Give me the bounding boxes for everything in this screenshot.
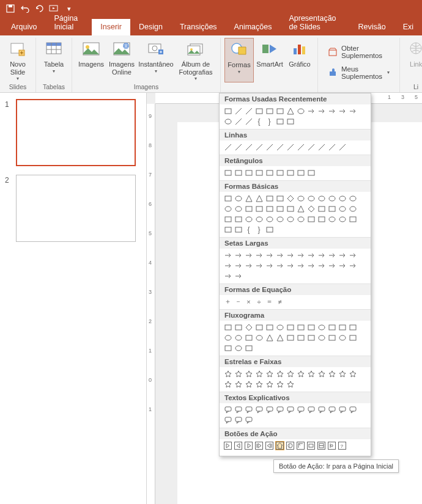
shape-item[interactable] (244, 214, 253, 224)
redo-icon[interactable] (33, 2, 46, 15)
tab-arquivo[interactable]: Arquivo (2, 19, 45, 35)
shape-item[interactable] (265, 168, 274, 177)
shape-item[interactable] (338, 323, 347, 332)
smartart-button[interactable]: SmartArt (254, 38, 286, 82)
shape-item[interactable] (338, 142, 347, 152)
shape-item[interactable] (286, 117, 295, 126)
images-button[interactable]: Imagens (76, 38, 106, 82)
shape-item[interactable] (234, 168, 243, 177)
shape-item[interactable] (338, 106, 347, 115)
online-images-button[interactable]: Imagens Online (106, 38, 137, 82)
shape-item[interactable] (348, 261, 357, 270)
shape-item[interactable] (327, 194, 336, 203)
shape-item[interactable] (348, 323, 357, 332)
shape-item[interactable] (244, 405, 253, 414)
shape-item[interactable] (223, 369, 232, 378)
slide-thumbnail-2[interactable] (16, 175, 136, 242)
shape-item[interactable] (286, 250, 295, 260)
shape-item[interactable] (234, 369, 243, 378)
shape-item[interactable] (265, 214, 274, 224)
shape-item[interactable] (254, 323, 264, 332)
shape-item[interactable] (244, 369, 253, 378)
shape-item[interactable] (234, 194, 243, 203)
shape-item[interactable] (244, 194, 253, 203)
shape-item[interactable] (244, 117, 253, 126)
shape-item[interactable] (296, 214, 305, 224)
shape-item[interactable] (338, 204, 347, 213)
shape-item[interactable] (317, 369, 326, 378)
shape-item[interactable] (254, 441, 264, 450)
shape-item[interactable] (286, 204, 295, 213)
shape-item[interactable] (223, 343, 232, 352)
shape-item[interactable] (286, 194, 295, 203)
shape-item[interactable] (317, 250, 326, 260)
shape-item[interactable] (244, 415, 253, 425)
shape-item[interactable] (254, 333, 264, 342)
shape-item[interactable] (286, 379, 295, 389)
shape-item[interactable] (296, 106, 305, 115)
shape-item[interactable] (296, 323, 305, 332)
shape-item[interactable] (223, 415, 232, 425)
shape-item[interactable] (265, 333, 274, 342)
shape-item[interactable] (254, 261, 264, 270)
shape-item[interactable]: } (254, 225, 264, 234)
shape-item[interactable] (223, 333, 232, 342)
shape-item[interactable] (223, 168, 232, 177)
shape-item[interactable] (234, 142, 243, 152)
shape-item[interactable]: i (286, 441, 295, 450)
shape-item[interactable] (234, 333, 243, 342)
shape-item[interactable] (317, 142, 326, 152)
shape-item[interactable] (317, 333, 326, 342)
shape-item[interactable]: ? (338, 441, 347, 450)
shape-item[interactable] (327, 106, 336, 115)
slide-thumbnail-1[interactable] (16, 99, 136, 166)
shape-item[interactable] (348, 369, 357, 378)
shape-item[interactable] (254, 405, 264, 414)
shape-item[interactable] (254, 214, 264, 224)
shape-item[interactable] (275, 117, 284, 126)
shape-item[interactable] (327, 405, 336, 414)
shape-item[interactable] (348, 250, 357, 260)
shape-item[interactable] (275, 250, 284, 260)
shape-item[interactable] (254, 194, 264, 203)
shape-item[interactable] (296, 369, 305, 378)
shape-item[interactable] (348, 106, 357, 115)
tab-animacoes[interactable]: Animações (226, 19, 281, 35)
shape-item[interactable] (338, 250, 347, 260)
shape-item[interactable] (286, 261, 295, 270)
shape-item[interactable]: } (265, 117, 274, 126)
shapes-button[interactable]: Formas ▾ (224, 38, 254, 82)
shape-item[interactable] (275, 405, 284, 414)
shape-item[interactable] (275, 194, 284, 203)
shape-item[interactable] (275, 369, 284, 378)
photo-album-button[interactable]: Álbum de Fotografias ▾ (175, 38, 217, 82)
shape-item[interactable] (327, 333, 336, 342)
tab-inserir[interactable]: Inserir (92, 19, 130, 35)
shape-item[interactable] (244, 343, 253, 352)
shape-item[interactable] (306, 106, 316, 115)
shape-item[interactable] (306, 168, 316, 177)
shape-item[interactable] (296, 250, 305, 260)
shape-item[interactable] (234, 261, 243, 270)
action-button-home[interactable] (275, 441, 284, 450)
shape-item[interactable] (265, 194, 274, 203)
save-icon[interactable] (4, 2, 17, 15)
shape-item[interactable] (234, 214, 243, 224)
shape-item[interactable] (234, 225, 243, 234)
chart-button[interactable]: Gráfico (286, 38, 314, 82)
slide-thumbnail-row[interactable]: 1 (5, 99, 141, 166)
shape-item[interactable] (275, 333, 284, 342)
shape-item[interactable] (265, 405, 274, 414)
shape-item[interactable] (234, 441, 243, 450)
shape-item[interactable] (244, 168, 253, 177)
shape-item[interactable] (306, 250, 316, 260)
shape-item[interactable] (275, 379, 284, 389)
shape-item[interactable] (223, 379, 232, 389)
shape-item[interactable] (265, 379, 274, 389)
shape-item[interactable] (306, 405, 316, 414)
shape-item[interactable] (327, 250, 336, 260)
shape-item[interactable] (286, 405, 295, 414)
shape-item[interactable] (223, 117, 232, 126)
shape-item[interactable] (223, 225, 232, 234)
shape-item[interactable] (234, 415, 243, 425)
